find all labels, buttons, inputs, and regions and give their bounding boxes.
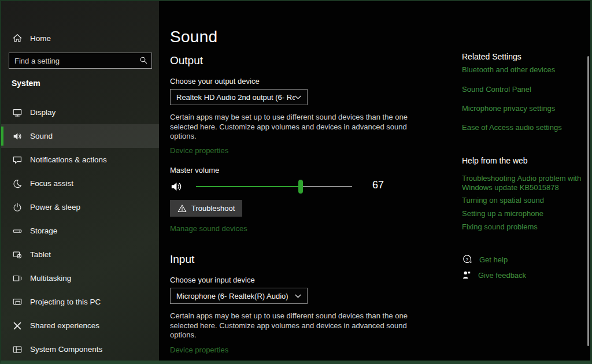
sidebar-item-shared-experiences[interactable]: Shared experiences [1, 314, 159, 337]
microphone-privacy-link[interactable]: Microphone privacy settings [462, 104, 555, 113]
sidebar-item-label: Sound [30, 132, 53, 140]
setup-microphone-link[interactable]: Setting up a microphone [462, 209, 543, 218]
sidebar-item-power-sleep[interactable]: Power & sleep [1, 195, 159, 219]
help-from-web-header: Help from the web [462, 156, 528, 165]
input-device-value: Microphone (6- Realtek(R) Audio) [176, 292, 295, 300]
input-device-label: Choose your input device [170, 276, 255, 284]
sidebar-item-label: System Components [30, 345, 102, 354]
sidebar-item-tablet[interactable]: Tablet [1, 243, 159, 266]
storage-icon [12, 225, 23, 237]
manage-sound-devices-link[interactable]: Manage sound devices [170, 224, 247, 233]
get-help-icon: ? [462, 254, 472, 265]
output-device-select[interactable]: Realtek HD Audio 2nd output (6- Re... [170, 89, 308, 105]
sidebar-item-label: Storage [30, 226, 57, 235]
sidebar-item-storage[interactable]: Storage [1, 219, 159, 243]
sound-control-panel-link[interactable]: Sound Control Panel [462, 85, 531, 94]
sidebar-item-label: Power & sleep [30, 203, 80, 211]
volume-slider-fill [196, 186, 301, 187]
home-icon [12, 32, 23, 44]
sidebar-item-home[interactable]: Home [1, 27, 159, 50]
chevron-down-icon [295, 294, 301, 298]
projecting-icon [12, 296, 23, 308]
sidebar-item-label: Display [30, 108, 56, 117]
sidebar-item-multitasking[interactable]: Multitasking [1, 266, 159, 290]
chevron-down-icon [295, 95, 301, 99]
warning-icon [177, 204, 187, 213]
sidebar-item-label: Home [30, 34, 51, 43]
output-heading: Output [170, 54, 203, 67]
tablet-icon [12, 249, 23, 261]
related-settings-header: Related Settings [462, 52, 521, 61]
output-device-label: Choose your output device [170, 77, 260, 86]
sidebar-item-notifications[interactable]: Notifications & actions [1, 148, 159, 172]
settings-window: Settings – ❒ × Home System [0, 0, 592, 364]
feedback-icon [462, 270, 471, 280]
svg-text:?: ? [465, 257, 468, 262]
input-description: Certain apps may be set up to use differ… [170, 311, 447, 340]
sidebar-item-label: Multitasking [30, 274, 71, 283]
master-volume-label: Master volume [170, 166, 219, 174]
output-device-properties-link[interactable]: Device properties [170, 146, 228, 155]
sidebar-item-sound[interactable]: Sound [1, 124, 159, 148]
output-device-value: Realtek HD Audio 2nd output (6- Re... [176, 93, 295, 102]
sidebar-section-header: System [12, 79, 40, 88]
master-volume-slider-row: 67 [170, 179, 401, 194]
sidebar-item-label: Projecting to this PC [30, 298, 101, 306]
sidebar-item-label: Shared experiences [30, 321, 99, 330]
troubleshooting-audio-link[interactable]: Troubleshooting Audio problem with Windo… [462, 174, 581, 192]
volume-slider-thumb[interactable] [298, 180, 303, 194]
sidebar: Home System Display Sound [1, 1, 159, 361]
give-feedback-link[interactable]: Give feedback [462, 270, 526, 280]
bluetooth-devices-link[interactable]: Bluetooth and other devices [462, 65, 555, 75]
search-input[interactable] [9, 53, 152, 69]
sidebar-item-focus-assist[interactable]: Focus assist [1, 172, 159, 195]
spatial-sound-link[interactable]: Turning on spatial sound [462, 196, 544, 205]
sidebar-item-system-components[interactable]: System Components [1, 337, 159, 361]
output-description: Certain apps may be set up to use differ… [170, 113, 447, 142]
volume-value: 67 [372, 179, 384, 191]
multitasking-icon [12, 273, 23, 284]
power-icon [12, 202, 23, 213]
sidebar-item-display[interactable]: Display [1, 101, 159, 124]
sidebar-item-label: Tablet [30, 250, 51, 259]
input-heading: Input [170, 253, 194, 266]
input-device-properties-link[interactable]: Device properties [170, 346, 228, 354]
shared-experiences-icon [12, 320, 23, 332]
ease-of-access-audio-link[interactable]: Ease of Access audio settings [462, 123, 562, 132]
display-icon [12, 107, 23, 118]
get-help-link[interactable]: ? Get help [462, 254, 508, 265]
volume-icon[interactable] [170, 180, 183, 193]
troubleshoot-label: Troubleshoot [191, 204, 235, 213]
search-icon[interactable] [139, 56, 148, 65]
volume-slider-track[interactable] [196, 186, 352, 187]
sidebar-item-projecting[interactable]: Projecting to this PC [1, 290, 159, 314]
input-device-select[interactable]: Microphone (6- Realtek(R) Audio) [170, 288, 308, 304]
sidebar-item-label: Notifications & actions [30, 155, 107, 164]
moon-icon [12, 178, 23, 190]
page-title: Sound [170, 28, 217, 46]
troubleshoot-button[interactable]: Troubleshoot [170, 200, 242, 217]
sidebar-nav: Display Sound Notifications & actions Fo… [1, 101, 159, 361]
speaker-icon [12, 131, 23, 142]
sidebar-item-label: Focus assist [30, 179, 73, 188]
system-components-icon [12, 344, 23, 355]
search-box [9, 53, 152, 69]
scrollbar[interactable] [587, 56, 589, 346]
fixing-sound-problems-link[interactable]: Fixing sound problems [462, 222, 538, 232]
notifications-icon [12, 154, 23, 166]
